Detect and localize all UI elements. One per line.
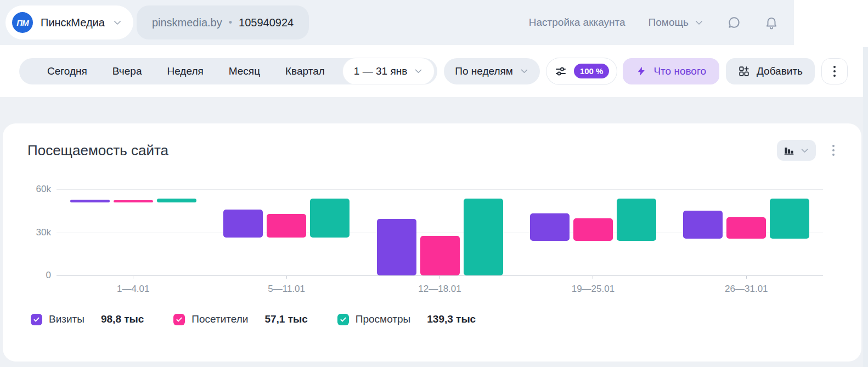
bar-Посетители-5—11.01[interactable] (267, 214, 306, 238)
grouping-label: По неделям (455, 65, 513, 77)
period-tab-2[interactable]: Неделя (154, 65, 216, 77)
legend-item-Посетители[interactable]: Посетители57,1 тыс (173, 313, 307, 325)
card-more-menu[interactable] (830, 143, 837, 158)
chevron-down-icon (694, 18, 704, 27)
y-axis-label: 60k (30, 184, 51, 195)
y-axis-label: 30k (30, 227, 51, 238)
lightning-icon (636, 66, 647, 77)
bar-Просмотры-5—11.01[interactable] (310, 199, 350, 238)
bar-Посетители-26—31.01[interactable] (726, 217, 766, 239)
x-axis-labels: 1—4.015—11.0112—18.0119—25.0126—31.01 (57, 275, 823, 295)
bar-group-19—25.01 (516, 199, 669, 275)
sampling-settings[interactable]: 100 % (546, 58, 617, 84)
bell-icon (764, 15, 779, 30)
kebab-menu-icon (833, 66, 836, 68)
chat-button[interactable] (727, 15, 741, 30)
card-title: Посещаемость сайта (27, 142, 168, 159)
bar-Визиты-12—18.01[interactable] (377, 219, 416, 275)
chart-legend: Визиты98,8 тысПосетители57,1 тысПросмотр… (27, 313, 837, 325)
chevron-down-icon (520, 66, 529, 76)
counter-name: ПинскМедиа (41, 16, 105, 29)
kebab-menu-icon (832, 145, 835, 147)
bar-Просмотры-19—25.01[interactable] (617, 199, 656, 241)
x-axis-label: 26—31.01 (725, 284, 768, 295)
widget-add-icon (738, 65, 750, 77)
bar-group-12—18.01 (363, 199, 516, 275)
bar-Просмотры-1—4.01[interactable] (157, 199, 196, 202)
bar-Визиты-5—11.01[interactable] (223, 210, 263, 238)
add-widget-button[interactable]: Добавить (726, 58, 815, 84)
content-area: Посещаемость сайта (0, 97, 863, 367)
checkbox-checked-icon[interactable] (173, 314, 185, 325)
chevron-down-icon (800, 146, 809, 155)
legend-item-Просмотры[interactable]: Просмотры139,3 тыс (337, 313, 476, 325)
metrica-dashboard: ПМ ПинскМедиа pinskmedia.by • 105940924 … (0, 0, 868, 367)
notifications-button[interactable] (764, 15, 779, 30)
chevron-down-icon (112, 18, 122, 27)
bar-Визиты-19—25.01[interactable] (530, 213, 570, 241)
traffic-card: Посещаемость сайта (3, 123, 861, 362)
chevron-down-icon (414, 66, 423, 76)
legend-item-Визиты[interactable]: Визиты98,8 тыс (31, 313, 144, 325)
legend-label: Просмотры (356, 313, 410, 325)
bar-Посетители-1—4.01[interactable] (114, 200, 153, 202)
bar-group-1—4.01 (57, 199, 210, 275)
sliders-icon (554, 65, 567, 78)
checkbox-checked-icon[interactable] (31, 314, 42, 325)
chart-type-selector[interactable] (777, 140, 816, 161)
legend-value: 139,3 тыс (427, 313, 476, 325)
counter-logo-icon: ПМ (12, 12, 33, 33)
bar-Просмотры-12—18.01[interactable] (464, 199, 503, 275)
date-range-label: 1 — 31 янв (354, 65, 407, 77)
counter-id-pill[interactable]: pinskmedia.by • 105940924 (137, 5, 309, 39)
top-header: ПМ ПинскМедиа pinskmedia.by • 105940924 … (0, 0, 868, 45)
sampling-badge: 100 % (574, 64, 610, 78)
bar-Посетители-12—18.01[interactable] (420, 236, 460, 275)
x-axis-label: 12—18.01 (418, 284, 461, 295)
bar-groups (57, 199, 823, 275)
x-axis-label: 19—25.01 (572, 284, 615, 295)
legend-value: 57,1 тыс (264, 313, 307, 325)
bar-group-5—11.01 (210, 199, 363, 275)
period-tab-4[interactable]: Квартал (273, 65, 337, 77)
traffic-bar-chart: 60k30k0 1—4.015—11.0112—18.0119—25.0126—… (30, 189, 823, 295)
counter-domain: pinskmedia.by (152, 16, 222, 29)
period-selector: СегодняВчераНеделяМесяцКвартал 1 — 31 ян… (19, 58, 437, 84)
plot-area: 60k30k0 (57, 189, 823, 275)
bar-Посетители-19—25.01[interactable] (573, 218, 613, 241)
grouping-selector[interactable]: По неделям (444, 58, 540, 84)
bar-Просмотры-26—31.01[interactable] (770, 199, 809, 239)
page-right-gutter (863, 47, 868, 367)
period-tab-1[interactable]: Вчера (100, 65, 155, 77)
bar-Визиты-26—31.01[interactable] (683, 211, 723, 239)
y-axis-label: 0 (30, 270, 51, 281)
bar-Визиты-1—4.01[interactable] (70, 200, 110, 202)
period-tab-3[interactable]: Месяц (216, 65, 273, 77)
legend-value: 98,8 тыс (101, 313, 144, 325)
dot-separator: • (229, 17, 232, 29)
counter-id: 105940924 (239, 16, 294, 29)
whats-new-button[interactable]: Что нового (623, 58, 719, 84)
chat-bubble-icon (727, 15, 741, 30)
gridline-60k (57, 189, 823, 190)
help-menu[interactable]: Помощь (649, 16, 704, 29)
date-range-picker[interactable]: 1 — 31 янв (343, 58, 434, 84)
period-tab-0[interactable]: Сегодня (35, 65, 100, 77)
checkbox-checked-icon[interactable] (337, 314, 349, 325)
account-settings-link[interactable]: Настройка аккаунта (529, 16, 625, 29)
legend-label: Посетители (191, 313, 248, 325)
x-axis-label: 5—11.01 (268, 284, 305, 295)
help-label: Помощь (649, 16, 689, 29)
whats-new-label: Что нового (653, 65, 706, 77)
add-label: Добавить (757, 65, 803, 77)
bar-group-26—31.01 (670, 199, 823, 275)
gridline-0 (57, 275, 823, 276)
toolbar: СегодняВчераНеделяМесяцКвартал 1 — 31 ян… (0, 45, 863, 97)
bar-chart-icon (784, 145, 794, 156)
legend-label: Визиты (49, 313, 84, 325)
top-header-band: ПМ ПинскМедиа pinskmedia.by • 105940924 … (0, 0, 794, 45)
x-axis-label: 1—4.01 (117, 284, 150, 295)
toolbar-more-menu[interactable] (821, 58, 848, 84)
counter-switcher[interactable]: ПМ ПинскМедиа (5, 5, 133, 39)
